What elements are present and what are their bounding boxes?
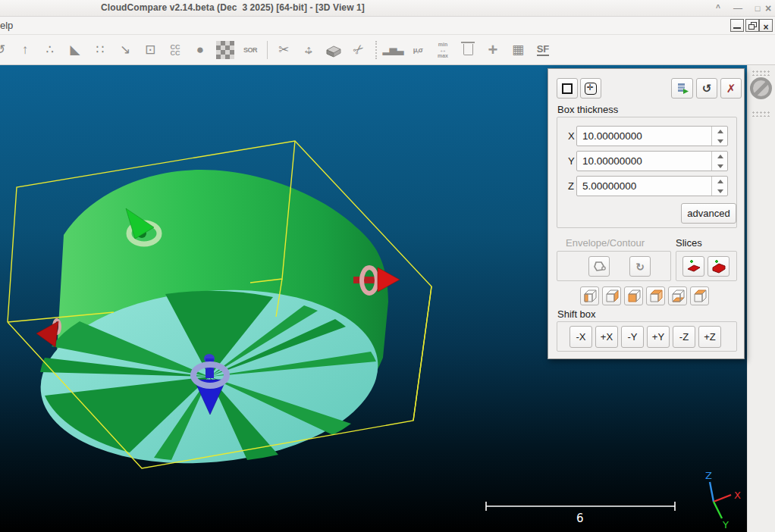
mesh-sampling-icon[interactable]: ◣ [65, 39, 85, 61]
thickness-row-x: X [557, 126, 738, 146]
slice-icon [686, 258, 702, 275]
show-box-toggle-button[interactable] [557, 78, 578, 99]
disabled-tool-icon[interactable] [750, 77, 772, 99]
spin-up-button[interactable] [712, 152, 728, 161]
dock-drag-handle[interactable] [751, 70, 771, 76]
main-toolbar: ↺ ↑ ∴ ◣ ∷ ↘ ⊡ CC CC ● SOR ✂ ↔↕ ✂ ▂▅▃ μ,σ… [0, 35, 775, 65]
thickness-z-spinbox [576, 176, 728, 196]
main-area: 6 Z X Y ✛ ↺ [0, 65, 775, 532]
envelope-group: ↻ [557, 251, 671, 281]
cloud-transform-icon[interactable]: ↘ [115, 39, 135, 61]
box-outline-icon [562, 83, 573, 94]
dock-drag-handle[interactable] [751, 111, 771, 117]
export-icon [675, 81, 690, 96]
thickness-row-y: Y [557, 151, 738, 171]
thickness-y-spinbox [576, 151, 728, 171]
mdi-close-button[interactable]: × [759, 19, 773, 32]
shift-x-minus-button[interactable]: -X [569, 326, 592, 348]
flip-box-right-button[interactable] [602, 286, 621, 305]
extract-multi-slices-button[interactable] [708, 256, 730, 277]
shift-y-plus-button[interactable]: +Y [647, 326, 670, 348]
spin-up-button[interactable] [712, 177, 728, 186]
polygon-icon [592, 260, 606, 274]
scalar-field-icon[interactable]: SF [533, 39, 553, 61]
flip-box-back-button[interactable] [646, 286, 665, 305]
flip-box-bottom-button[interactable] [668, 286, 687, 305]
close-x-icon: ✗ [726, 82, 736, 95]
spin-down-button[interactable] [712, 186, 728, 196]
add-icon[interactable]: + [483, 39, 503, 61]
slices-label: Slices [676, 237, 702, 249]
extract-slice-button[interactable] [682, 256, 704, 277]
flip-box-top-button[interactable] [690, 286, 709, 305]
window-close-button[interactable]: × [760, 2, 775, 15]
mdi-minimize-button[interactable] [730, 19, 744, 32]
shift-box-label: Shift box [557, 308, 596, 320]
spin-up-button[interactable] [712, 127, 728, 136]
cloud-cloud-distance-icon[interactable]: CC CC [165, 39, 185, 61]
toolbar-separator [267, 41, 268, 59]
box-thickness-group: X Y Z advanced [557, 117, 737, 228]
export-slices-button[interactable] [671, 78, 693, 99]
sor-filter-icon[interactable]: SOR [240, 39, 260, 61]
spin-down-button[interactable] [712, 136, 728, 146]
menu-bar: elp × [0, 17, 775, 35]
min-max-filter-icon[interactable]: min ↔ max [433, 39, 453, 61]
primitive-factory-icon[interactable]: ● [190, 39, 210, 61]
axis-z-label: Z [705, 470, 712, 481]
cloud-raise-icon[interactable]: ↑ [15, 39, 35, 61]
thickness-row-z: Z [557, 176, 738, 196]
shift-z-minus-button[interactable]: -Z [673, 326, 695, 348]
window-title: CloudCompare v2.14.beta (Dec 3 2025) [64… [101, 2, 365, 13]
reset-icon: ↻ [635, 261, 645, 273]
menu-item-help[interactable]: elp [0, 20, 13, 31]
checkerboard-icon[interactable] [215, 39, 235, 61]
axis-y-label: Y [722, 519, 729, 530]
segment-tool-icon[interactable]: ✂ [349, 39, 369, 61]
slices-group [676, 251, 737, 281]
cylinder-mesh [33, 170, 388, 477]
shift-y-minus-button[interactable]: -Y [621, 326, 644, 348]
flip-box-left-button[interactable] [580, 286, 599, 305]
close-tool-button[interactable]: ✗ [720, 78, 742, 99]
cube-front-face-icon [626, 288, 642, 304]
window-minimize-button[interactable]: — [730, 2, 746, 15]
rotate-tool-icon[interactable]: ↺ [0, 39, 10, 61]
cube-left-face-icon [582, 288, 598, 304]
shift-x-plus-button[interactable]: +X [595, 326, 618, 348]
histogram-icon[interactable]: ▂▅▃ [383, 39, 403, 61]
advanced-button[interactable]: advanced [681, 203, 736, 224]
right-dock-toolbar [747, 65, 775, 532]
extract-envelope-button[interactable] [588, 256, 610, 277]
thickness-z-input[interactable] [577, 177, 711, 196]
shift-z-plus-button[interactable]: +Z [698, 326, 721, 348]
reset-icon: ↺ [702, 82, 712, 95]
axis-x-label: X [734, 490, 741, 501]
cube-back-face-icon [648, 288, 664, 304]
window-shade-button[interactable]: ^ [710, 2, 726, 15]
point-cloud-icon[interactable]: ∷ [90, 39, 110, 61]
thickness-x-input[interactable] [577, 127, 711, 146]
scale-bar-label: 6 [576, 512, 584, 525]
point-picking-icon[interactable]: ⊡ [140, 39, 160, 61]
cube-bottom-face-icon [670, 288, 686, 304]
cross-section-panel: ✛ ↺ ✗ Box thickness X [548, 68, 745, 359]
translate-rotate-icon[interactable]: ↔↕ [299, 39, 318, 61]
statistics-icon[interactable]: μ,σ [408, 39, 428, 61]
scissors-crop-icon[interactable]: ✂ [274, 39, 293, 61]
thickness-y-input[interactable] [577, 152, 711, 171]
subsample-icon[interactable]: ∴ [40, 39, 60, 61]
spin-down-button[interactable] [712, 161, 728, 171]
minimize-icon [733, 27, 741, 29]
cube-right-face-icon [604, 288, 620, 304]
envelope-reset-button[interactable]: ↻ [629, 256, 651, 277]
reset-box-button[interactable]: ↺ [696, 78, 717, 99]
delete-scalar-field-icon[interactable] [458, 39, 478, 61]
mdi-restore-button[interactable] [745, 19, 759, 32]
show-interactors-toggle-button[interactable]: ✛ [580, 78, 601, 99]
calculator-icon[interactable]: ▦ [508, 39, 528, 61]
cross-section-icon[interactable] [324, 39, 344, 61]
envelope-contour-label: Envelope/Contour [566, 237, 645, 249]
box-thickness-label: Box thickness [557, 104, 618, 115]
flip-box-front-button[interactable] [624, 286, 643, 305]
